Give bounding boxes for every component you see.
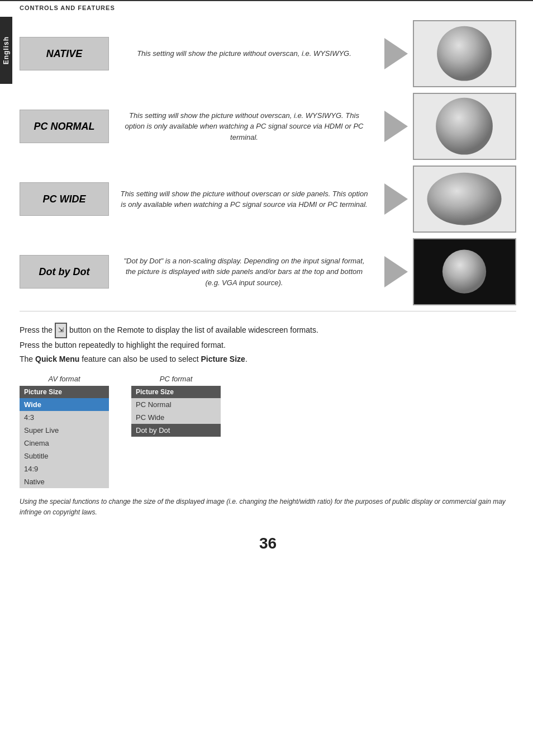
pc-format-column: PC format Picture Size PC Normal PC Wide…	[131, 375, 221, 488]
feature-desc-pc-normal: This setting will show the picture witho…	[109, 110, 379, 143]
av-format-header: Picture Size	[20, 386, 109, 398]
press-line1: Press the ⇲ button on the Remote to disp…	[20, 323, 516, 338]
feature-desc-native: This setting will show the picture witho…	[109, 48, 379, 59]
side-tab: English	[0, 17, 12, 84]
feature-row-pc-wide: PC WIDE This setting will show the pictu…	[20, 166, 516, 233]
feature-row-pc-normal: PC NORMAL This setting will show the pic…	[20, 93, 516, 160]
av-format-item-cinema[interactable]: Cinema	[20, 437, 109, 450]
arrow-icon-dot-by-dot	[384, 256, 408, 287]
av-format-item-wide[interactable]: Wide	[20, 398, 109, 411]
press-line2: Press the button repeatedly to highlight…	[20, 338, 516, 352]
page-number: 36	[20, 535, 516, 552]
sphere-pc-wide	[414, 166, 515, 231]
feature-label-dot-by-dot: Dot by Dot	[20, 255, 109, 289]
feature-row-native: NATIVE This setting will show the pictur…	[20, 20, 516, 87]
pc-format-item-dotbydot[interactable]: Dot by Dot	[131, 424, 221, 437]
press-line3: The Quick Menu feature can also be used …	[20, 352, 516, 366]
feature-desc-dot-by-dot: "Dot by Dot" is a non-scaling display. D…	[109, 256, 379, 289]
feature-label-pc-wide: PC WIDE	[20, 182, 109, 216]
remote-button-icon: ⇲	[55, 323, 67, 338]
feature-label-native: NATIVE	[20, 37, 109, 70]
feature-desc-pc-wide: This setting will show the picture witho…	[109, 188, 379, 210]
main-content: NATIVE This setting will show the pictur…	[0, 15, 533, 564]
av-format-item-native[interactable]: Native	[20, 475, 109, 488]
side-tab-label: English	[2, 36, 10, 64]
arrow-dot-by-dot	[379, 256, 413, 287]
page-header: CONTROLS AND FEATURES	[0, 0, 533, 15]
svg-point-0	[437, 26, 492, 81]
arrow-icon-native	[384, 38, 408, 69]
sphere-dot-by-dot	[414, 239, 515, 304]
arrow-native	[379, 38, 413, 69]
pc-format-header-cell: Picture Size	[131, 386, 221, 398]
quick-menu-text: Quick Menu	[35, 355, 79, 363]
picture-size-text: Picture Size	[201, 355, 245, 363]
image-pc-wide	[413, 166, 516, 233]
image-native	[413, 20, 516, 87]
menu-section: AV format Picture Size Wide 4:3 Super Li…	[20, 375, 516, 488]
arrow-pc-wide	[379, 183, 413, 215]
arrow-icon-pc-normal	[384, 111, 408, 142]
pc-format-header: Picture Size	[131, 386, 221, 398]
pc-format-table: Picture Size PC Normal PC Wide Dot by Do…	[131, 386, 221, 437]
press-section: Press the ⇲ button on the Remote to disp…	[20, 323, 516, 366]
arrow-icon-pc-wide	[384, 183, 408, 215]
av-format-item-superlive[interactable]: Super Live	[20, 424, 109, 437]
header-title: CONTROLS AND FEATURES	[20, 4, 115, 11]
av-format-item-43[interactable]: 4:3	[20, 411, 109, 424]
sphere-pc-normal	[414, 93, 515, 159]
svg-point-2	[427, 173, 501, 225]
pc-format-item-pcnormal[interactable]: PC Normal	[131, 398, 221, 411]
divider	[20, 311, 516, 311]
av-format-label: AV format	[20, 375, 109, 383]
feature-label-pc-normal: PC NORMAL	[20, 110, 109, 143]
svg-point-4	[442, 250, 486, 294]
pc-format-label: PC format	[131, 375, 221, 383]
av-format-header-cell: Picture Size	[20, 386, 109, 398]
av-format-item-149[interactable]: 14:9	[20, 462, 109, 475]
feature-row-dot-by-dot: Dot by Dot "Dot by Dot" is a non-scaling…	[20, 238, 516, 305]
image-pc-normal	[413, 93, 516, 160]
copyright-notice: Using the special functions to change th…	[20, 497, 516, 518]
sphere-native	[414, 21, 515, 86]
svg-point-1	[436, 98, 493, 155]
av-format-item-subtitle[interactable]: Subtitle	[20, 450, 109, 462]
pc-format-item-pcwide[interactable]: PC Wide	[131, 411, 221, 424]
av-format-column: AV format Picture Size Wide 4:3 Super Li…	[20, 375, 109, 488]
image-dot-by-dot	[413, 238, 516, 305]
arrow-pc-normal	[379, 111, 413, 142]
av-format-table: Picture Size Wide 4:3 Super Live Cinema …	[20, 386, 109, 488]
